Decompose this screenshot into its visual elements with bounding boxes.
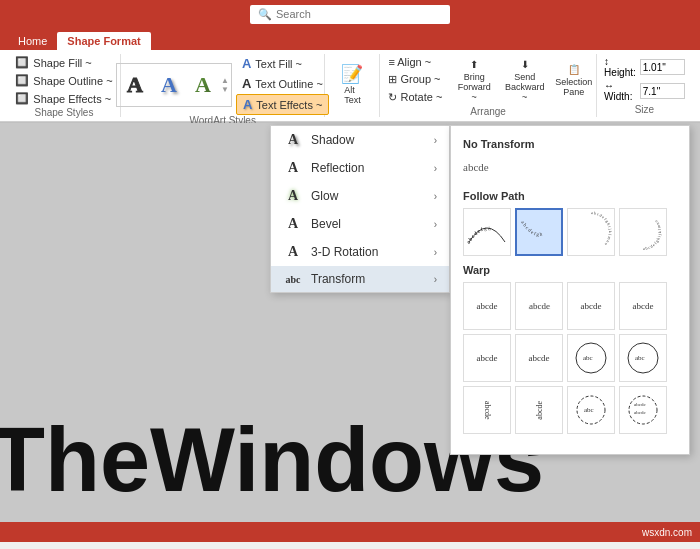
shadow-icon: A bbox=[283, 132, 303, 148]
arrange-label: Arrange bbox=[470, 106, 506, 119]
svg-text:a b c d e f g h i j k l m n o: a b c d e f g h i j k l m n o bbox=[643, 219, 662, 251]
warp-item-10[interactable]: abcde bbox=[515, 386, 563, 434]
height-input[interactable] bbox=[640, 59, 685, 75]
wordart-sample-2[interactable]: A bbox=[153, 67, 185, 103]
height-label: ↕ Height: bbox=[604, 56, 636, 78]
glow-chevron: › bbox=[434, 191, 437, 202]
shape-effects-button[interactable]: 🔲 Shape Effects ~ bbox=[9, 90, 118, 107]
warp-item-1[interactable]: abcde bbox=[463, 282, 511, 330]
search-input[interactable] bbox=[276, 8, 436, 20]
shape-fill-button[interactable]: 🔲 Shape Fill ~ bbox=[9, 54, 118, 71]
svg-text:abc: abc bbox=[583, 354, 593, 362]
warp-title: Warp bbox=[463, 264, 677, 276]
shape-outline-icon: 🔲 bbox=[15, 74, 29, 87]
warp-item-6[interactable]: abcde bbox=[515, 334, 563, 382]
alt-text-icon: 📝 bbox=[341, 65, 363, 83]
svg-text:a b c d e f g h: a b c d e f g h bbox=[466, 226, 492, 245]
shape-styles-group: 🔲 Shape Fill ~ 🔲 Shape Outline ~ 🔲 Shape… bbox=[8, 54, 121, 117]
shadow-chevron: › bbox=[434, 135, 437, 146]
circle-reverse-item[interactable]: a b c d e f g h i j k l m n o bbox=[619, 208, 667, 256]
size-label: Size bbox=[635, 104, 654, 117]
follow-path-grid: a b c d e f a b c d e f g h a b c d e f … bbox=[463, 208, 677, 256]
reflection-menu-item[interactable]: A Reflection › bbox=[271, 154, 449, 182]
shape-effects-icon: 🔲 bbox=[15, 92, 29, 105]
warp-item-12[interactable]: abcde abcde bbox=[619, 386, 667, 434]
wordart-scroll[interactable]: ▲ ▼ bbox=[221, 67, 229, 103]
shape-buttons: 🔲 Shape Fill ~ 🔲 Shape Outline ~ 🔲 Shape… bbox=[9, 54, 118, 107]
text-effects-dropdown: A Shadow › A Reflection › A Glow › A Bev… bbox=[270, 125, 450, 293]
transform-chevron: › bbox=[434, 274, 437, 285]
wordart-items: A A A ▲ ▼ A Text Fill ~ A Text Outline ~ bbox=[116, 54, 329, 115]
bevel-chevron: › bbox=[434, 219, 437, 230]
status-bar: wsxdn.com bbox=[0, 522, 700, 542]
warp-item-11[interactable]: abc bbox=[567, 386, 615, 434]
warp-item-2[interactable]: abcde bbox=[515, 282, 563, 330]
circle-item[interactable]: a b c d e f g h i j k l m n o bbox=[567, 208, 615, 256]
bring-forward-button[interactable]: ⬆ BringForward ~ bbox=[452, 57, 496, 104]
selection-pane-icon: 📋 bbox=[568, 64, 580, 75]
arch-down-item[interactable]: a b c d e f g h Arch: Down bbox=[515, 208, 563, 256]
svg-text:abc: abc bbox=[584, 406, 594, 414]
shape-outline-button[interactable]: 🔲 Shape Outline ~ bbox=[9, 72, 118, 89]
svg-text:abc: abc bbox=[635, 354, 645, 362]
bevel-menu-item[interactable]: A Bevel › bbox=[271, 210, 449, 238]
glow-menu-item[interactable]: A Glow › bbox=[271, 182, 449, 210]
search-icon: 🔍 bbox=[258, 8, 272, 21]
shadow-menu-item[interactable]: A Shadow › bbox=[271, 126, 449, 154]
3d-rotation-menu-item[interactable]: A 3-D Rotation › bbox=[271, 238, 449, 266]
3d-rotation-icon: A bbox=[283, 244, 303, 260]
tab-shape-format[interactable]: Shape Format bbox=[57, 32, 150, 50]
shape-fill-icon: 🔲 bbox=[15, 56, 29, 69]
warp-item-9[interactable]: abcde bbox=[463, 386, 511, 434]
rotate-button[interactable]: ↻ Rotate ~ bbox=[382, 89, 448, 106]
selection-pane-button[interactable]: 📋 SelectionPane bbox=[553, 57, 593, 104]
text-effects-icon: A bbox=[243, 97, 252, 112]
wordart-sample-3[interactable]: A bbox=[187, 67, 219, 103]
text-outline-button[interactable]: A Text Outline ~ bbox=[236, 74, 330, 93]
text-effect-buttons: A Text Fill ~ A Text Outline ~ A Text Ef… bbox=[236, 54, 330, 115]
text-fill-button[interactable]: A Text Fill ~ bbox=[236, 54, 330, 73]
arrange-group: ≡ Align ~ ⊞ Group ~ ↻ Rotate ~ ⬆ BringFo… bbox=[380, 54, 596, 117]
wordart-styles-group: A A A ▲ ▼ A Text Fill ~ A Text Outline ~ bbox=[121, 54, 326, 117]
align-button[interactable]: ≡ Align ~ bbox=[382, 54, 448, 70]
alt-text-button[interactable]: 📝 AltText bbox=[334, 63, 370, 107]
wordart-sample-1[interactable]: A bbox=[119, 67, 151, 103]
shape-styles-label: Shape Styles bbox=[34, 107, 93, 120]
search-bar[interactable]: 🔍 bbox=[250, 5, 450, 24]
wordart-samples: A A A ▲ ▼ bbox=[116, 63, 232, 107]
glow-icon: A bbox=[283, 188, 303, 204]
svg-text:abcde: abcde bbox=[634, 410, 646, 415]
group-button[interactable]: ⊞ Group ~ bbox=[382, 71, 448, 88]
text-outline-icon: A bbox=[242, 76, 251, 91]
tab-home[interactable]: Home bbox=[8, 32, 57, 50]
warp-item-4[interactable]: abcde bbox=[619, 282, 667, 330]
transform-submenu: No Transform abcde Follow Path a b c d e… bbox=[450, 125, 690, 455]
svg-text:a b c d e f g h i j k l m n o: a b c d e f g h i j k l m n o bbox=[591, 210, 613, 246]
reflection-icon: A bbox=[283, 160, 303, 176]
no-transform-preview: abcde bbox=[463, 161, 489, 173]
ribbon-tabs: Home Shape Format bbox=[0, 28, 700, 50]
arch-up-item[interactable]: a b c d e f a b c d e f g h bbox=[463, 208, 511, 256]
accessibility-group: 📝 AltText bbox=[325, 54, 380, 117]
svg-text:abcde: abcde bbox=[634, 402, 646, 407]
warp-item-3[interactable]: abcde bbox=[567, 282, 615, 330]
size-fields: ↕ Height: ↔ Width: bbox=[604, 56, 685, 102]
send-backward-button[interactable]: ⬇ SendBackward ~ bbox=[500, 57, 549, 104]
3d-rotation-chevron: › bbox=[434, 247, 437, 258]
warp-item-8[interactable]: abc bbox=[619, 334, 667, 382]
transform-icon: abc bbox=[283, 274, 303, 285]
transform-menu-item[interactable]: abc Transform › bbox=[271, 266, 449, 292]
size-group: ↕ Height: ↔ Width: Size bbox=[597, 54, 692, 117]
ribbon: 🔲 Shape Fill ~ 🔲 Shape Outline ~ 🔲 Shape… bbox=[0, 50, 700, 122]
text-effects-button[interactable]: A Text Effects ~ bbox=[236, 94, 330, 115]
warp-item-5[interactable]: abcde bbox=[463, 334, 511, 382]
svg-text:a b c d e f g h: a b c d e f g h bbox=[520, 220, 543, 237]
bring-forward-icon: ⬆ bbox=[470, 59, 478, 70]
reflection-chevron: › bbox=[434, 163, 437, 174]
warp-grid: abcde abcde abcde abcde abcde abcde abc bbox=[463, 282, 677, 434]
watermark-text: wsxdn.com bbox=[642, 527, 692, 538]
width-input[interactable] bbox=[640, 83, 685, 99]
text-fill-icon: A bbox=[242, 56, 251, 71]
warp-item-7[interactable]: abc bbox=[567, 334, 615, 382]
bevel-icon: A bbox=[283, 216, 303, 232]
